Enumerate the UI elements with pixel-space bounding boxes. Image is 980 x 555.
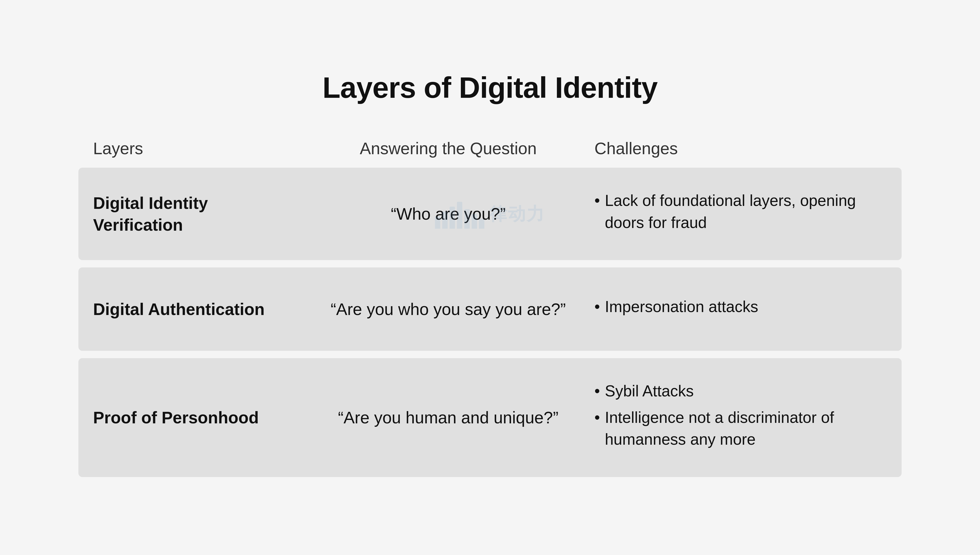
table: Layers Answering the Question Challenges… bbox=[78, 139, 902, 477]
page-title: Layers of Digital Identity bbox=[78, 71, 902, 104]
row3-challenge-2: Intelligence not a discriminator of huma… bbox=[595, 407, 887, 451]
row3-question: “Are you human and unique?” bbox=[302, 407, 595, 428]
table-row: Digital Identity Verification “Who are y… bbox=[78, 168, 902, 260]
row2-challenges: Impersonation attacks bbox=[595, 296, 887, 322]
table-row: Proof of Personhood “Are you human and u… bbox=[78, 358, 902, 477]
row3-challenge-1: Sybil Attacks bbox=[595, 380, 887, 402]
row2-layer: Digital Authentication bbox=[93, 298, 302, 320]
table-header: Layers Answering the Question Challenges bbox=[78, 139, 902, 165]
col-header-challenges: Challenges bbox=[595, 139, 887, 158]
col-header-layers: Layers bbox=[93, 139, 302, 158]
row1-challenge-1: Lack of foundational layers, opening doo… bbox=[595, 190, 887, 234]
row3-challenges: Sybil Attacks Intelligence not a discrim… bbox=[595, 380, 887, 455]
slide-container: Layers of Digital Identity Layers Answer… bbox=[49, 51, 931, 504]
col-header-question: Answering the Question bbox=[302, 139, 595, 158]
row1-question: “Who are you?” bbox=[302, 203, 595, 225]
row3-layer: Proof of Personhood bbox=[93, 407, 302, 428]
row2-challenge-1: Impersonation attacks bbox=[595, 296, 887, 318]
row2-question: “Are you who you say you are?” bbox=[302, 298, 595, 320]
row1-layer: Digital Identity Verification bbox=[93, 192, 302, 236]
table-row: Digital Authentication “Are you who you … bbox=[78, 268, 902, 351]
row1-challenges: Lack of foundational layers, opening doo… bbox=[595, 190, 887, 238]
